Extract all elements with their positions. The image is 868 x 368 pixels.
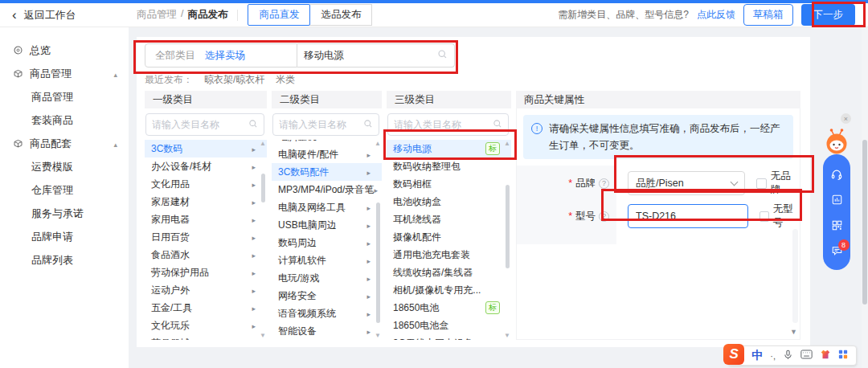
category-item[interactable]: 计算机软件	[272, 251, 382, 269]
message-chat-icon[interactable]: 8	[831, 244, 843, 256]
back-to-workbench-button[interactable]: 返回工作台	[0, 8, 127, 22]
category-item[interactable]: 数码相框	[387, 175, 511, 193]
browser-scrollbar-thumb[interactable]	[862, 140, 867, 305]
category-search-input[interactable]	[152, 119, 245, 130]
category-item[interactable]: 线缆收纳器/集线器	[387, 264, 511, 281]
scrollbar-thumb[interactable]	[261, 174, 265, 202]
category-item[interactable]: 数码周边	[272, 234, 382, 251]
search-icon[interactable]	[437, 49, 448, 62]
feedback-link[interactable]: 点此反馈	[697, 8, 735, 22]
category-item[interactable]: 18650电池 标	[387, 299, 511, 317]
category-item[interactable]: 耳机绕线器	[387, 211, 511, 228]
ime-language-mode[interactable]: 中	[751, 349, 763, 363]
category-item[interactable]: 摄像机配件	[387, 228, 511, 246]
scroll-up-icon[interactable]	[375, 141, 381, 147]
keyword-search-input[interactable]	[304, 50, 437, 61]
breadcrumb-parent[interactable]: 商品管理	[137, 8, 177, 22]
category-item[interactable]: 电脑及网络工具	[272, 198, 382, 216]
ime-toolbox-icon[interactable]	[838, 350, 848, 362]
category-item[interactable]: 移动电源 标	[387, 140, 511, 157]
sidebar-item-overview[interactable]: 总览	[0, 39, 129, 62]
sidebar-item-bundle-goods[interactable]: 套装商品	[0, 108, 129, 132]
category-item[interactable]: 通用电池充电套装	[387, 246, 511, 264]
no-model-checkbox[interactable]	[760, 211, 769, 222]
category-item[interactable]: 食品酒水	[145, 246, 267, 264]
category-item[interactable]: 办公设备/耗材	[145, 157, 267, 175]
next-step-button[interactable]: 下一步	[801, 4, 856, 26]
sidebar-group-goods-management[interactable]: 商品管理	[0, 62, 129, 85]
sidebar-item-label: 服务与承诺	[31, 206, 84, 221]
category-item[interactable]: 智能设备	[272, 322, 382, 340]
brand-select[interactable]: 品胜/Pisen	[628, 171, 745, 195]
category-item[interactable]: 电脑整机	[272, 140, 382, 145]
no-brand-checkbox-wrap[interactable]: 无品牌	[756, 170, 800, 197]
help-icon[interactable]	[599, 178, 609, 189]
category-item[interactable]: 文化玩乐	[145, 317, 267, 334]
category-item[interactable]: 数码收纳整理包	[387, 157, 511, 175]
category-item[interactable]: 药品器械	[145, 334, 267, 340]
customer-service-icon[interactable]	[830, 168, 843, 181]
close-icon[interactable]	[841, 113, 851, 124]
model-input[interactable]	[628, 204, 748, 228]
keyboard-icon[interactable]	[800, 350, 813, 362]
no-brand-checkbox[interactable]	[756, 178, 767, 189]
category-item[interactable]: MP3/MP4/iPod/录音笔	[272, 181, 382, 198]
category-item[interactable]: 劳动保护用品	[145, 264, 267, 281]
browser-scrollbar-track[interactable]	[862, 27, 868, 368]
sidebar-item-goods-management[interactable]: 商品管理	[0, 85, 129, 108]
category-item[interactable]: 3C数码	[145, 140, 267, 157]
panel-scrollbar-track[interactable]	[792, 229, 798, 323]
ime-skin-icon[interactable]	[820, 349, 831, 362]
recent-category-link[interactable]: 晾衣架/晾衣杆	[204, 73, 264, 84]
tab-direct-publish[interactable]: 商品直发	[248, 4, 310, 26]
category-item[interactable]: 语音视频系统	[272, 305, 382, 322]
category-item[interactable]: 文化用品	[145, 175, 267, 193]
recent-category-link[interactable]: 米类	[276, 73, 295, 84]
category-item[interactable]: 3G无线上网卡设备	[387, 334, 511, 340]
microphone-icon[interactable]	[783, 350, 793, 362]
scrollbar-thumb[interactable]	[506, 185, 510, 268]
sidebar-item-warehouse[interactable]: 仓库管理	[0, 178, 129, 202]
report-chart-icon[interactable]	[831, 194, 843, 206]
category-item[interactable]: 18650电池盒	[387, 317, 511, 334]
qr-code-icon[interactable]	[831, 219, 843, 231]
category-item[interactable]: 家用电器	[145, 211, 267, 228]
category-item[interactable]: 电脑硬件/配件	[272, 145, 382, 163]
ime-logo-icon[interactable]: S	[723, 344, 744, 365]
category-item[interactable]: 3C数码配件	[272, 163, 382, 181]
sidebar-item-freight-template[interactable]: 运费模版	[0, 155, 129, 178]
scroll-down-icon[interactable]	[375, 333, 381, 339]
scrollbar-thumb[interactable]	[376, 202, 380, 323]
scroll-up-icon[interactable]	[260, 141, 266, 147]
sidebar-item-service-promise[interactable]: 服务与承诺	[0, 202, 129, 225]
scroll-down-icon[interactable]	[504, 333, 510, 339]
sidebar-item-brand-list[interactable]: 品牌列表	[0, 248, 129, 272]
scroll-up-icon[interactable]	[504, 141, 510, 147]
sidebar-item-brand-apply[interactable]: 品牌申请	[0, 225, 129, 248]
category-item[interactable]: 相机/摄像机专用充...	[387, 281, 511, 299]
category-item[interactable]: 网络安全	[272, 287, 382, 305]
scroll-down-icon[interactable]	[260, 333, 266, 339]
sidebar-group-goods-support[interactable]: 商品配套	[0, 132, 129, 155]
ime-punctuation-toggle[interactable]: ·,	[770, 351, 776, 361]
chevron-right-icon	[366, 237, 371, 248]
category-item[interactable]: 电池收纳盒	[387, 193, 511, 211]
category-search-field	[272, 113, 379, 136]
choose-market-link[interactable]: 选择卖场	[205, 49, 245, 63]
help-icon[interactable]	[599, 211, 609, 222]
chevron-left-icon	[12, 8, 17, 22]
no-model-checkbox-wrap[interactable]: 无型号	[760, 202, 800, 230]
draft-box-button[interactable]: 草稿箱	[743, 4, 793, 26]
mascot-avatar[interactable]	[821, 125, 853, 159]
category-search-input[interactable]	[394, 119, 489, 130]
scroll-down-icon[interactable]	[790, 328, 797, 336]
category-item[interactable]: 运动户外	[145, 281, 267, 299]
category-item[interactable]: 日用百货	[145, 228, 267, 246]
category-search-input[interactable]	[279, 119, 360, 130]
category-item[interactable]: 五金/工具	[145, 299, 267, 317]
category-item[interactable]: USB电脑周边	[272, 216, 382, 234]
category-item[interactable]: 电玩/游戏	[272, 269, 382, 287]
tab-selection-publish[interactable]: 选品发布	[309, 4, 372, 26]
sidebar-item-label: 商品配套	[30, 137, 72, 151]
category-item[interactable]: 家居建材	[145, 193, 267, 211]
